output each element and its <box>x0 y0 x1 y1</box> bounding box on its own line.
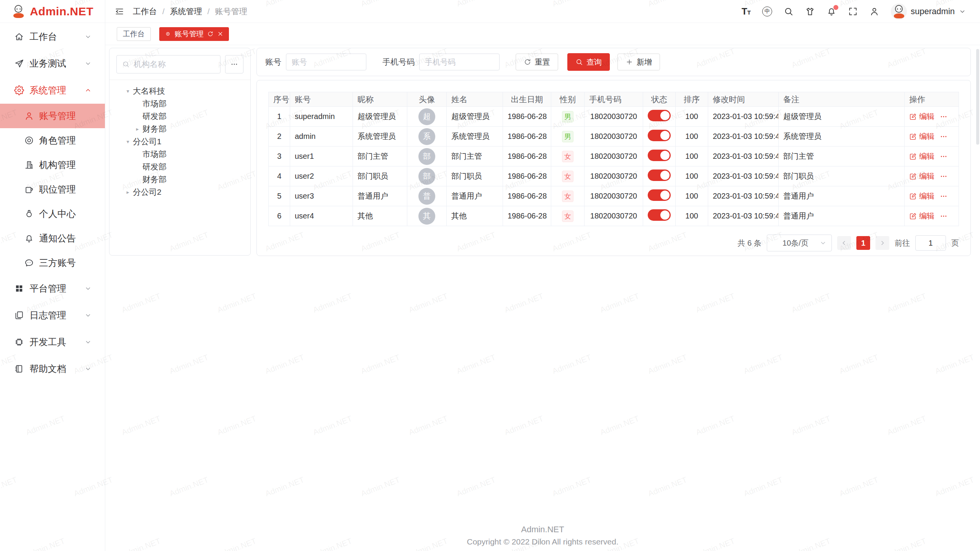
edit-button[interactable]: 编辑 <box>909 191 934 201</box>
notification-icon[interactable] <box>826 7 836 16</box>
edit-button[interactable]: 编辑 <box>909 111 934 122</box>
tree-node-label: 分公司2 <box>133 187 162 197</box>
status-cell <box>643 186 676 206</box>
row-more-button[interactable] <box>940 153 947 160</box>
user-menu[interactable]: superadmin <box>891 3 966 20</box>
add-button[interactable]: 新增 <box>617 54 660 70</box>
tree-node[interactable]: 财务部 <box>116 173 243 186</box>
refresh-icon[interactable] <box>207 31 214 37</box>
caret-right-icon[interactable]: ▸ <box>134 126 141 132</box>
menu-fold-icon[interactable] <box>114 7 124 16</box>
sidebar-item-org-manage[interactable]: 机构管理 <box>0 153 105 177</box>
sidebar-item-log-manage[interactable]: 日志管理 <box>0 302 105 329</box>
edit-button[interactable]: 编辑 <box>909 151 934 161</box>
table-header-row: 序号账号昵称头像姓名出生日期性别手机号码状态排序修改时间备注操作 <box>269 92 959 107</box>
edit-button[interactable]: 编辑 <box>909 211 934 221</box>
avatar: 系 <box>418 128 435 145</box>
remark-cell: 部门职员 <box>779 166 905 186</box>
page-size-select[interactable]: 10条/页 <box>767 235 832 251</box>
row-more-button[interactable] <box>940 133 947 140</box>
status-toggle[interactable] <box>648 209 671 221</box>
grid-icon <box>14 284 24 293</box>
status-toggle[interactable] <box>648 130 671 141</box>
breadcrumb-item[interactable]: 工作台 <box>133 6 157 17</box>
tree-node[interactable]: 研发部 <box>116 160 243 173</box>
search-icon[interactable] <box>784 7 794 16</box>
tree-node[interactable]: ▸财务部 <box>116 122 243 135</box>
column-header: 操作 <box>905 92 959 107</box>
tree-node[interactable]: ▾大名科技 <box>116 85 243 97</box>
row-more-button[interactable] <box>940 173 947 180</box>
user-avatar <box>891 3 907 20</box>
sidebar-item-label: 工作台 <box>29 31 84 43</box>
gender-badge: 男 <box>562 111 573 122</box>
reset-button[interactable]: 重置 <box>516 54 558 70</box>
footer-brand: Admin.NET <box>105 525 980 535</box>
role-icon <box>24 135 34 145</box>
account-input[interactable]: 账号 <box>286 54 366 70</box>
status-toggle[interactable] <box>648 150 671 161</box>
table-row: 4user2部门职员部部门职员1986-06-28女18020030720100… <box>269 166 959 186</box>
avatar-cell: 部 <box>407 166 447 186</box>
caret-down-icon[interactable]: ▾ <box>124 139 132 145</box>
org-more-button[interactable] <box>225 55 243 73</box>
tree-node[interactable]: 研发部 <box>116 110 243 122</box>
edit-button[interactable]: 编辑 <box>909 171 934 181</box>
close-icon[interactable] <box>217 31 224 37</box>
page-number-button[interactable]: 1 <box>856 236 870 250</box>
phone-input[interactable]: 手机号码 <box>419 54 500 70</box>
profile-icon <box>24 209 34 219</box>
sidebar-item-platform-manage[interactable]: 平台管理 <box>0 275 105 302</box>
query-form: 账号 账号 手机号码 手机号码 重置 <box>256 48 971 76</box>
more-icon <box>230 60 238 68</box>
tree-node-label: 市场部 <box>142 98 167 109</box>
row-more-button[interactable] <box>940 212 947 220</box>
tab-account-manage[interactable]: 账号管理 <box>159 27 229 41</box>
row-more-button[interactable] <box>940 113 947 121</box>
goto-page-input[interactable]: 1 <box>915 235 946 251</box>
org-tree-panel: 机构名称 ▾大名科技市场部研发部▸财务部▾分公司1市场部研发部财务部▸分公司2 <box>109 48 251 256</box>
name-cell: 部门主管 <box>447 147 503 166</box>
sidebar-item-third-account[interactable]: 三方账号 <box>0 251 105 275</box>
tree-node[interactable]: ▸分公司2 <box>116 186 243 198</box>
column-header: 昵称 <box>353 92 407 107</box>
status-cell <box>643 206 676 226</box>
search-button[interactable]: 查询 <box>567 53 610 71</box>
sidebar-item-label: 三方账号 <box>39 257 76 269</box>
sidebar-item-position-manage[interactable]: 职位管理 <box>0 177 105 202</box>
fullscreen-icon[interactable] <box>848 7 858 16</box>
account-icon[interactable] <box>869 7 879 16</box>
sidebar-item-notice[interactable]: 通知公告 <box>0 226 105 251</box>
edit-button[interactable]: 编辑 <box>909 131 934 142</box>
sidebar-item-role-manage[interactable]: 角色管理 <box>0 128 105 153</box>
status-toggle[interactable] <box>648 189 671 201</box>
sidebar-item-system-manage[interactable]: 系统管理 <box>0 77 105 104</box>
language-icon[interactable]: 中 <box>762 7 772 16</box>
sidebar-item-workbench[interactable]: 工作台 <box>0 23 105 50</box>
font-size-icon[interactable]: TT <box>742 6 751 17</box>
status-toggle[interactable] <box>648 110 671 121</box>
caret-right-icon[interactable]: ▸ <box>124 189 132 195</box>
caret-down-icon[interactable]: ▾ <box>124 88 132 94</box>
sidebar-item-account-manage[interactable]: 账号管理 <box>0 104 105 128</box>
tree-node[interactable]: ▾分公司1 <box>116 135 243 148</box>
nickname-cell: 其他 <box>353 206 407 226</box>
birth-cell: 1986-06-28 <box>503 107 551 127</box>
scrollbar-thumb[interactable] <box>976 49 979 145</box>
tree-node[interactable]: 市场部 <box>116 97 243 110</box>
sidebar-item-label: 机构管理 <box>39 159 76 171</box>
org-search-input[interactable]: 机构名称 <box>116 55 220 73</box>
prev-page-button[interactable] <box>837 236 851 250</box>
home-icon <box>14 32 24 42</box>
next-page-button[interactable] <box>875 236 889 250</box>
sidebar-item-dev-tools[interactable]: 开发工具 <box>0 329 105 355</box>
breadcrumb-item[interactable]: 系统管理 <box>170 6 202 17</box>
row-more-button[interactable] <box>940 192 947 200</box>
sidebar-item-business-test[interactable]: 业务测试 <box>0 50 105 77</box>
tree-node[interactable]: 市场部 <box>116 148 243 160</box>
sidebar-item-help-docs[interactable]: 帮助文档 <box>0 355 105 382</box>
status-toggle[interactable] <box>648 170 671 181</box>
theme-icon[interactable] <box>805 7 815 16</box>
tab-workbench[interactable]: 工作台 <box>117 27 151 41</box>
sidebar-item-profile-center[interactable]: 个人中心 <box>0 202 105 226</box>
